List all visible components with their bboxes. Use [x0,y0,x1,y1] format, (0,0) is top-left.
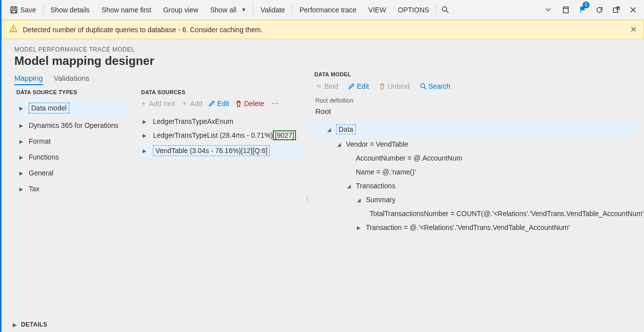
ds-row-ledgertranstypeaxenum[interactable]: ▶ LedgerTransTypeAxEnum [139,115,302,128]
pencil-icon [208,100,215,107]
svg-point-12 [421,84,425,88]
connect-button[interactable] [541,0,557,19]
warning-icon [9,24,18,35]
dm-node-transactions[interactable]: ◢ Transactions [311,179,631,193]
chevron-right-icon: ▶ [141,133,148,138]
dm-node-label: Name = @.'name()' [356,168,416,176]
warning-banner: Detected number of duplicate queries to … [1,20,644,39]
office-icon [562,6,570,14]
delete-label: Delete [244,100,264,108]
validate-button[interactable]: Validate [254,0,291,19]
bind-button[interactable]: Bind [315,82,338,90]
banner-close-button[interactable]: ✕ [630,25,637,34]
dst-item-data-model[interactable]: ▶ Data model [14,99,130,117]
app-toolbar: Save Show details Show name first Group … [1,0,644,20]
dm-node-label: Summary [366,196,396,204]
edit-button[interactable]: Edit [208,100,229,108]
refresh-icon [595,6,603,14]
separator [253,4,253,16]
chevron-right-icon: ▶ [13,322,17,328]
banner-text: Detected number of duplicate queries to … [23,26,263,34]
dm-node-label: Data [336,124,356,134]
dm-node-data[interactable]: ◢ Data [311,121,631,137]
dm-node-transaction[interactable]: ▶ Transaction = @.'<Relations'.'VendTran… [311,221,631,234]
svg-point-11 [13,30,13,31]
dm-node-vendor[interactable]: ◢ Vendor = VendTable [311,137,631,151]
search-icon [442,6,449,13]
data-model-panel: DATA MODEL Bind Edit Unbind Search Root … [311,89,637,234]
show-details-button[interactable]: Show details [45,0,96,19]
chevron-down-icon: ▼ [241,7,246,12]
ds-row-vendtable[interactable]: ▶ VendTable (3.04s - 76.16%)[12][Q:6] [139,143,302,159]
add-root-label: Add root [149,100,175,108]
svg-rect-2 [12,10,16,13]
dm-actions: Bind Edit Unbind Search [311,82,631,95]
chevron-right-icon: ▶ [19,155,24,160]
popout-button[interactable] [608,0,624,19]
delete-button[interactable]: Delete [235,100,264,108]
refresh-button[interactable] [592,0,607,19]
trash-icon [379,83,386,90]
dst-item-functions[interactable]: ▶ Functions [14,150,130,165]
ds-tree: ▶ LedgerTransTypeAxEnum ▶ LedgerTransTyp… [139,115,302,159]
details-toggle[interactable]: ▶ DETAILS [13,321,48,328]
show-all-button[interactable]: Show all ▼ [204,0,252,19]
ds-row-ledgertranstypelist[interactable]: ▶ LedgerTransTypeList (28.4ms - 0.71%)[9… [139,129,302,142]
dm-search-button[interactable]: Search [420,82,450,90]
unbind-button[interactable]: Unbind [379,82,409,90]
dst-heading: DATA SOURCE TYPES [16,89,130,95]
search-button[interactable] [438,0,453,19]
add-button[interactable]: ＋ Add [181,99,202,108]
options-button[interactable]: OPTIONS [392,0,435,19]
dm-node-label: TotalTransactionsNumber = COUNT(@.'<Rela… [370,210,644,218]
tab-validations[interactable]: Validations [54,74,90,85]
dm-node-label: Vendor = VendTable [346,140,408,148]
add-root-button[interactable]: ＋ Add root [140,99,175,108]
dst-item-d365[interactable]: ▶ Dynamics 365 for Operations [14,118,130,133]
dm-node-totaltransactionsnumber[interactable]: TotalTransactionsNumber = COUNT(@.'<Rela… [311,207,631,221]
separator [292,4,293,16]
details-label: DETAILS [21,321,47,328]
dm-edit-label: Edit [357,82,369,90]
svg-rect-5 [563,7,568,13]
page-header: MODEL PERFORMANCE TRACE MODEL Model mapp… [1,39,644,71]
plus-icon: ＋ [181,99,188,108]
chevron-down-icon: ◢ [326,127,332,132]
show-name-first-button[interactable]: Show name first [96,0,157,19]
more-button[interactable]: ⋯ [270,100,281,108]
chevron-right-icon: ▶ [141,119,148,124]
edit-label: Edit [217,100,229,108]
dst-item-format[interactable]: ▶ Format [14,134,130,149]
ds-heading: DATA SOURCES [141,89,302,95]
performance-trace-button[interactable]: Performance trace [294,0,362,19]
svg-rect-7 [613,8,618,12]
close-icon [630,6,637,13]
tab-mapping[interactable]: Mapping [14,74,43,85]
dst-item-general[interactable]: ▶ General [14,166,130,180]
separator [436,4,437,16]
dst-item-label: Data model [29,103,69,113]
group-view-button[interactable]: Group view [157,0,204,19]
dm-node-name[interactable]: Name = @.'name()' [311,165,631,179]
dm-edit-button[interactable]: Edit [348,82,369,90]
search-icon [420,83,427,90]
data-sources-panel: DATA SOURCES ＋ Add root ＋ Add Edit Delet… [139,89,302,234]
data-source-types-panel: DATA SOURCE TYPES ▶ Data model ▶ Dynamic… [14,89,130,234]
chevron-down-icon: ◢ [336,142,342,147]
close-button[interactable] [625,0,641,19]
save-button[interactable]: Save [4,0,42,19]
save-icon [10,6,17,13]
ds-row-label: LedgerTransTypeAxEnum [153,117,233,125]
column-splitter[interactable]: ⋮ [304,195,309,203]
notifications-button[interactable]: 0 [575,0,591,19]
show-all-label: Show all [210,6,237,14]
office-button[interactable] [558,0,574,19]
root-definition-value[interactable]: Root [311,105,631,121]
dm-node-summary[interactable]: ◢ Summary [311,193,631,207]
ds-row-label: LedgerTransTypeList (28.4ms - 0.71%)[902… [153,131,296,139]
dm-node-accountnumber[interactable]: AccountNumber = @.AccountNum [311,151,631,165]
link-icon [545,6,553,14]
plus-icon: ＋ [140,99,147,108]
view-button[interactable]: VIEW [362,0,392,19]
dst-item-tax[interactable]: ▶ Tax [14,181,130,196]
